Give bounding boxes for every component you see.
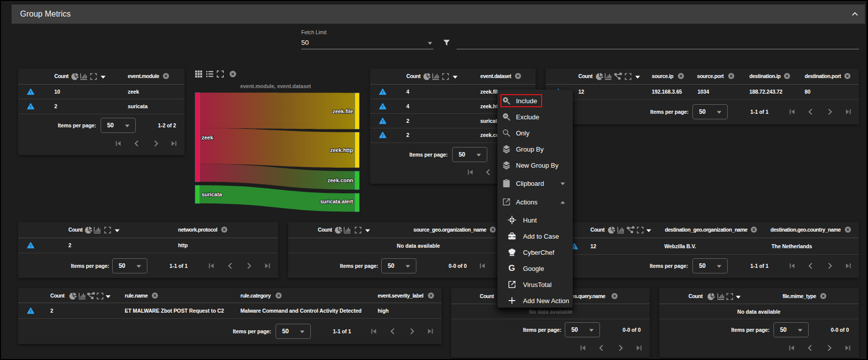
svg-text:zeek.file: zeek.file <box>332 108 353 114</box>
svg-text:zeek.conn: zeek.conn <box>327 177 353 183</box>
svg-text:suricata: suricata <box>202 191 222 197</box>
svg-text:zeek: zeek <box>202 134 213 140</box>
svg-text:zeek.http: zeek.http <box>330 147 353 153</box>
svg-text:suricata.alert: suricata.alert <box>320 198 354 204</box>
